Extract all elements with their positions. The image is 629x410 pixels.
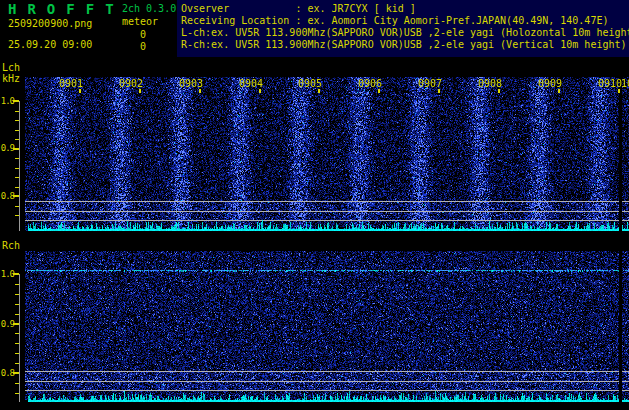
time-label: 0908	[476, 78, 502, 89]
lch-spectrogram: 10 0901090209030904090509060907090809090…	[25, 77, 629, 231]
location-line: Receiving Location : ex. Aomori City Aom…	[181, 15, 608, 27]
output-filename: 2509200900.png	[8, 18, 92, 29]
rch-freq-tick-label: 1.0	[0, 269, 14, 279]
time-tick	[259, 89, 261, 93]
freq-minor-tick	[15, 158, 19, 159]
freq-minor-tick	[15, 343, 19, 344]
time-label: 0910	[596, 78, 622, 89]
freq-minor-tick	[15, 393, 19, 394]
time-label: 0905	[296, 78, 322, 89]
time-label: 0902	[117, 78, 143, 89]
freq-minor-tick	[15, 353, 19, 354]
timestamp: 25.09.20 09:00	[8, 39, 92, 50]
rch-axis-line	[19, 274, 20, 402]
app-title: HROFFT	[8, 1, 125, 17]
freq-major-tick	[13, 273, 19, 275]
freq-minor-tick	[15, 120, 19, 121]
lch-freq-tick-label: 0.9	[0, 143, 14, 153]
rch-channel-label: Rch	[2, 240, 20, 251]
time-tick	[498, 89, 500, 93]
time-tick	[618, 89, 620, 93]
lch-config-line: L-ch:ex. UV5R 113.900Mhz(SAPPORO VOR)USB…	[181, 27, 629, 39]
freq-minor-tick	[15, 215, 19, 216]
echo-count-left: 0	[104, 29, 146, 40]
freq-minor-tick	[15, 294, 19, 295]
lch-axis-line	[19, 101, 20, 231]
lch-channel-label: Lch	[2, 62, 20, 73]
freq-minor-tick	[15, 111, 19, 112]
khz-unit-label: kHz	[2, 73, 20, 84]
freq-minor-tick	[15, 363, 19, 364]
rch-freq-tick-label: 0.9	[0, 319, 14, 329]
freq-minor-tick	[15, 304, 19, 305]
freq-major-tick	[13, 148, 19, 150]
freq-minor-tick	[15, 314, 19, 315]
lch-freq-tick-label: 0.8	[0, 191, 14, 201]
hrofft-window: HROFFT 2ch 0.3.0 2509200900.png meteor 0…	[0, 0, 629, 410]
freq-major-tick	[13, 323, 19, 325]
time-tick	[438, 89, 440, 93]
time-tick	[139, 89, 141, 93]
freq-minor-tick	[15, 333, 19, 334]
time-label: 0907	[416, 78, 442, 89]
echo-count-right: 0	[104, 41, 146, 52]
time-tick	[79, 89, 81, 93]
time-tick	[558, 89, 560, 93]
app-version: 2ch 0.3.0	[122, 3, 176, 14]
freq-minor-tick	[15, 130, 19, 131]
time-label: 0904	[237, 78, 263, 89]
time-label: 0906	[356, 78, 382, 89]
freq-minor-tick	[15, 383, 19, 384]
freq-minor-tick	[15, 187, 19, 188]
freq-minor-tick	[15, 206, 19, 207]
lch-noise-canvas	[25, 77, 629, 231]
freq-major-tick	[13, 100, 19, 102]
freq-minor-tick	[15, 284, 19, 285]
freq-major-tick	[13, 372, 19, 374]
lch-freq-tick-label: 1.0	[0, 96, 14, 106]
freq-minor-tick	[15, 177, 19, 178]
time-label: 0903	[177, 78, 203, 89]
time-tick	[199, 89, 201, 93]
freq-minor-tick	[15, 168, 19, 169]
time-tick	[318, 89, 320, 93]
time-tick	[378, 89, 380, 93]
rch-freq-tick-label: 0.8	[0, 368, 14, 378]
rch-noise-canvas	[25, 251, 629, 402]
time-label: 0901	[57, 78, 83, 89]
observer-line: Ovserver : ex. JR7CYX [ kid ]	[181, 3, 416, 15]
mode-label: meteor	[122, 16, 158, 27]
freq-major-tick	[13, 195, 19, 197]
rch-spectrogram	[25, 251, 629, 402]
time-label: 0909	[536, 78, 562, 89]
rch-config-line: R-ch:ex. UV5R 113.900Mhz(SAPPORO VOR)USB…	[181, 39, 627, 51]
freq-minor-tick	[15, 139, 19, 140]
wrapped-time-label: 10	[621, 78, 629, 89]
